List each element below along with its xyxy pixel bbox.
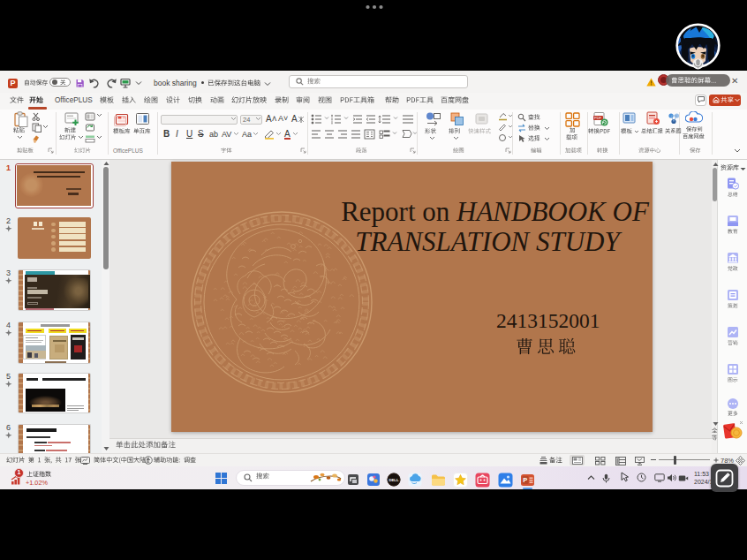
svg-text:PDF: PDF <box>594 116 602 120</box>
svg-text:P: P <box>523 476 527 484</box>
svg-text:DELL: DELL <box>389 478 399 482</box>
